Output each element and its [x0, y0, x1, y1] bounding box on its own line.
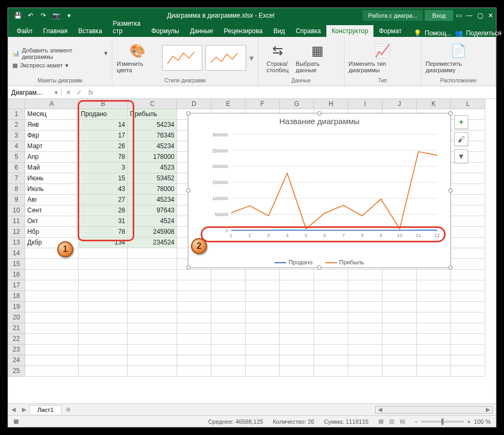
cell[interactable]: [417, 366, 451, 377]
cell[interactable]: [383, 345, 417, 355]
cell[interactable]: [25, 259, 79, 270]
row-header[interactable]: 23: [8, 345, 25, 355]
cell[interactable]: [348, 355, 383, 366]
row-header[interactable]: 22: [8, 334, 25, 345]
cell[interactable]: [417, 323, 451, 334]
cell[interactable]: [383, 291, 417, 302]
chart-object[interactable]: Название диаграммы 050000100000150000200…: [188, 113, 451, 268]
col-header[interactable]: B: [79, 99, 128, 109]
cell[interactable]: 45234: [128, 141, 177, 152]
cell[interactable]: [211, 280, 246, 291]
share[interactable]: Поделиться: [466, 29, 501, 37]
cell[interactable]: [451, 291, 485, 302]
cell[interactable]: [246, 366, 280, 377]
cell[interactable]: Сент: [25, 205, 79, 216]
cell[interactable]: [451, 248, 485, 259]
cell[interactable]: Окт: [25, 216, 79, 227]
cell[interactable]: [79, 323, 128, 334]
save-icon[interactable]: 💾: [12, 10, 23, 21]
cell[interactable]: [79, 355, 128, 366]
cell[interactable]: 31: [79, 216, 128, 227]
zoom-slider[interactable]: [421, 421, 464, 423]
cell[interactable]: Нбр: [25, 227, 79, 238]
cell[interactable]: [348, 334, 383, 345]
chart-plus-icon[interactable]: +: [454, 115, 468, 129]
cell[interactable]: [383, 302, 417, 312]
col-header[interactable]: I: [348, 99, 383, 109]
cell[interactable]: [451, 163, 485, 173]
cell[interactable]: 78: [79, 152, 128, 163]
cell[interactable]: [79, 312, 128, 323]
cell[interactable]: [280, 280, 314, 291]
add-sheet-icon[interactable]: ⊕: [62, 406, 75, 413]
undo-icon[interactable]: ↶: [25, 10, 36, 21]
cell[interactable]: [79, 259, 128, 270]
row-header[interactable]: 6: [8, 163, 25, 173]
cell[interactable]: [280, 345, 314, 355]
cell[interactable]: [383, 366, 417, 377]
tab-nav-prev-icon[interactable]: ◀: [8, 406, 19, 413]
tab-file[interactable]: Файл: [11, 25, 38, 37]
row-header[interactable]: 17: [8, 280, 25, 291]
cell[interactable]: [348, 280, 383, 291]
col-header[interactable]: A: [25, 99, 79, 109]
switch-row-column-button[interactable]: ⇆Строка/ столбец: [263, 42, 293, 73]
cell[interactable]: [417, 355, 451, 366]
cell[interactable]: [211, 355, 246, 366]
cell[interactable]: [451, 227, 485, 238]
tab-review[interactable]: Рецензирова: [218, 25, 268, 37]
maximize-icon[interactable]: ▢: [475, 10, 485, 21]
cell[interactable]: [177, 312, 211, 323]
cell[interactable]: [314, 334, 348, 345]
cell[interactable]: Фвр: [25, 131, 79, 141]
chevron-down-icon[interactable]: ▾: [55, 89, 58, 96]
cell[interactable]: [280, 334, 314, 345]
cell[interactable]: [211, 291, 246, 302]
cell[interactable]: [211, 323, 246, 334]
cell[interactable]: [348, 312, 383, 323]
qat-more-icon[interactable]: ▾: [64, 10, 74, 21]
cell[interactable]: Месяц: [25, 109, 79, 120]
col-header[interactable]: C: [128, 99, 177, 109]
cell[interactable]: [25, 302, 79, 312]
cell[interactable]: 97643: [128, 205, 177, 216]
cell[interactable]: [128, 366, 177, 377]
cell[interactable]: [177, 366, 211, 377]
cell[interactable]: [79, 366, 128, 377]
cell[interactable]: [128, 280, 177, 291]
cell[interactable]: [417, 334, 451, 345]
cell[interactable]: [79, 334, 128, 345]
row-header[interactable]: 18: [8, 291, 25, 302]
cell[interactable]: [79, 291, 128, 302]
cell[interactable]: 26: [79, 141, 128, 152]
cell[interactable]: [348, 323, 383, 334]
cell[interactable]: [246, 270, 280, 280]
view-break-icon[interactable]: ▤: [400, 418, 405, 425]
cell[interactable]: 43: [79, 184, 128, 195]
cell[interactable]: [280, 366, 314, 377]
col-header[interactable]: K: [417, 99, 451, 109]
change-colors-button[interactable]: 🎨Изменить цвета: [117, 42, 159, 73]
cell[interactable]: [177, 302, 211, 312]
cell[interactable]: [25, 355, 79, 366]
cell[interactable]: [451, 270, 485, 280]
tab-layout[interactable]: Разметка стр: [108, 18, 146, 37]
cell[interactable]: [280, 312, 314, 323]
cell[interactable]: [25, 291, 79, 302]
row-header[interactable]: 14: [8, 248, 25, 259]
cell[interactable]: 245908: [128, 227, 177, 238]
cell[interactable]: 4523: [128, 163, 177, 173]
chart-legend[interactable]: Продано Прибыль: [188, 259, 450, 265]
cell[interactable]: [128, 302, 177, 312]
cell[interactable]: [348, 302, 383, 312]
cell[interactable]: [451, 345, 485, 355]
cell[interactable]: 27: [79, 195, 128, 205]
cell[interactable]: [451, 334, 485, 345]
cell[interactable]: Продано: [79, 109, 128, 120]
cell[interactable]: [211, 270, 246, 280]
view-normal-icon[interactable]: ▦: [378, 418, 384, 425]
tab-formulas[interactable]: Формулы: [146, 25, 185, 37]
sheet-tab-1[interactable]: Лист1: [29, 405, 62, 414]
cell[interactable]: [280, 302, 314, 312]
cell[interactable]: 78000: [128, 184, 177, 195]
